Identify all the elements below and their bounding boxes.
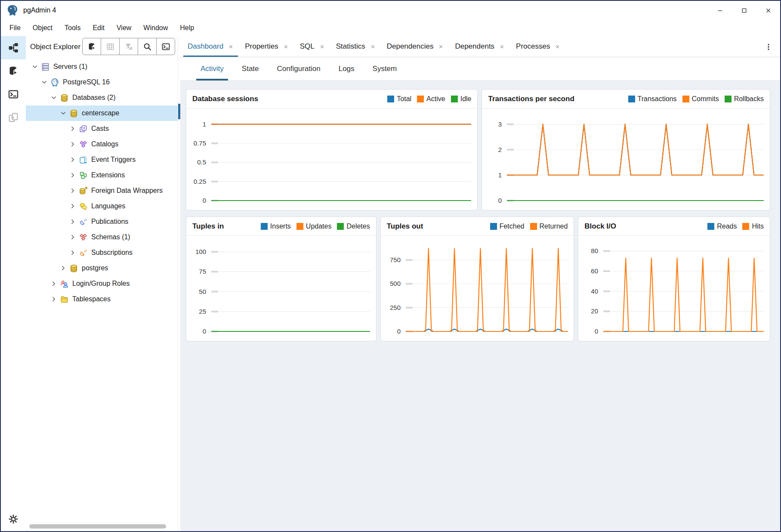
chevron-down-icon[interactable] <box>60 110 66 116</box>
legend-item-fetched: Fetched <box>490 223 525 230</box>
chevron-right-icon[interactable] <box>70 141 76 147</box>
chevron-right-icon[interactable] <box>70 126 76 132</box>
activity-psql-tool-button[interactable] <box>1 83 26 106</box>
menu-edit[interactable]: Edit <box>86 20 111 36</box>
chevron-right-icon[interactable] <box>70 234 76 240</box>
chevron-right-icon[interactable] <box>70 172 76 178</box>
table-icon <box>106 42 115 51</box>
chevron-right-icon[interactable] <box>51 296 57 302</box>
legend-swatch <box>530 223 537 230</box>
chevron-right-icon[interactable] <box>51 281 57 287</box>
menu-tools[interactable]: Tools <box>59 20 86 36</box>
servers-icon <box>41 62 50 71</box>
tab-close-icon[interactable] <box>370 44 376 49</box>
tab-processes[interactable]: Processes <box>512 36 565 57</box>
chevron-right-icon[interactable] <box>60 265 66 271</box>
tree-item-foreign-data-wrappers[interactable]: Foreign Data Wrappers <box>26 183 178 198</box>
legend-swatch <box>725 96 732 102</box>
tree-item-login-group-roles[interactable]: Login/Group Roles <box>26 276 178 291</box>
toolbar-psql-tool-button[interactable] <box>156 38 175 55</box>
tree-item-schemas[interactable]: Schemas (1) <box>26 229 178 245</box>
panel-title: Tuples out <box>387 222 423 231</box>
tree-item-label: Login/Group Roles <box>72 280 130 288</box>
legend-label: Fetched <box>500 223 525 230</box>
tab-close-icon[interactable] <box>499 44 505 49</box>
svg-text:100: 100 <box>195 248 206 255</box>
chevron-right-icon[interactable] <box>70 250 76 256</box>
svg-text:0: 0 <box>203 328 206 335</box>
tree-item-servers[interactable]: Servers (1) <box>26 59 178 74</box>
subtab-state[interactable]: State <box>239 57 262 80</box>
chevron-down-icon[interactable] <box>41 79 47 85</box>
panel-splitter[interactable] <box>178 36 180 531</box>
tab-close-icon[interactable] <box>283 44 289 49</box>
svg-text:20: 20 <box>591 307 599 315</box>
menu-help[interactable]: Help <box>174 20 200 36</box>
menu-window[interactable]: Window <box>137 20 174 36</box>
tree-item-event-triggers[interactable]: Event Triggers <box>26 152 178 167</box>
block-io-plot: 020406080 <box>578 236 770 341</box>
panel-block-io: Block I/O ReadsHits 020406080 <box>578 217 770 341</box>
toolbar-filtered-rows-button[interactable] <box>119 38 138 55</box>
tree-item-languages[interactable]: Languages <box>26 198 178 214</box>
toolbar-view-data-button[interactable] <box>101 38 120 55</box>
subtab-configuration[interactable]: Configuration <box>275 57 323 80</box>
activity-schema-diff-button[interactable] <box>1 106 26 129</box>
toolbar-quick-search-database-button[interactable] <box>82 38 101 55</box>
chevron-right-icon[interactable] <box>70 188 76 194</box>
close-button[interactable] <box>756 1 780 20</box>
svg-text:0: 0 <box>397 328 400 335</box>
chevron-down-icon[interactable] <box>32 64 38 70</box>
tab-close-icon[interactable] <box>555 44 560 49</box>
object-explorer-panel: Object Explorer Servers (1)PostgreSQL 16… <box>26 36 178 531</box>
activity-preferences-button[interactable] <box>1 510 26 529</box>
menu-view[interactable]: View <box>111 20 137 36</box>
tab-properties[interactable]: Properties <box>241 36 293 57</box>
tree-item-label: Subscriptions <box>91 249 133 257</box>
activity-bar <box>1 36 26 531</box>
maximize-button[interactable] <box>732 1 756 20</box>
svg-text:0.5: 0.5 <box>197 158 206 166</box>
toolbar-search-objects-button[interactable] <box>138 38 157 55</box>
legend-swatch <box>742 223 749 230</box>
tab-overflow-menu-button[interactable] <box>762 36 775 57</box>
chevron-down-icon[interactable] <box>51 95 57 101</box>
subtab-activity[interactable]: Activity <box>198 57 226 80</box>
activity-object-explorer-button[interactable] <box>1 36 26 59</box>
tree-item-tablespaces[interactable]: Tablespaces <box>26 291 178 307</box>
chart-legend: FetchedReturned <box>490 223 568 230</box>
tree-item-postgresql-16[interactable]: PostgreSQL 16 <box>26 74 178 90</box>
tree-item-extensions[interactable]: Extensions <box>26 167 178 183</box>
tree-item-centerscape[interactable]: centerscape <box>26 105 178 121</box>
tab-sql[interactable]: SQL <box>296 36 329 57</box>
minimize-button[interactable] <box>708 1 732 20</box>
tree-item-subscriptions[interactable]: Subscriptions <box>26 245 178 260</box>
tab-close-icon[interactable] <box>228 44 234 49</box>
tuples-out-chart: 0250500750 <box>381 236 574 341</box>
svg-text:500: 500 <box>390 280 401 287</box>
tab-dependents[interactable]: Dependents <box>451 36 509 57</box>
tree-item-catalogs[interactable]: Catalogs <box>26 136 178 152</box>
tree-item-databases[interactable]: Databases (2) <box>26 90 178 105</box>
tree-horizontal-scrollbar[interactable] <box>29 524 166 529</box>
tab-statistics[interactable]: Statistics <box>332 36 380 57</box>
chevron-right-icon[interactable] <box>70 219 76 225</box>
subtab-system[interactable]: System <box>370 57 400 80</box>
tree-item-postgres[interactable]: postgres <box>26 260 178 276</box>
tree-item-publications[interactable]: Publications <box>26 214 178 229</box>
tree-item-casts[interactable]: Casts <box>26 121 178 136</box>
tab-dashboard[interactable]: Dashboard <box>183 36 238 57</box>
subtab-logs[interactable]: Logs <box>336 57 357 80</box>
menu-object[interactable]: Object <box>27 20 59 36</box>
tab-label: Statistics <box>336 42 365 51</box>
legend-swatch <box>387 96 394 102</box>
menu-file[interactable]: File <box>3 20 27 36</box>
tab-close-icon[interactable] <box>438 44 444 49</box>
tab-dependencies[interactable]: Dependencies <box>383 36 448 57</box>
tab-close-icon[interactable] <box>319 44 325 49</box>
activity-query-tool-button[interactable] <box>1 59 26 83</box>
chevron-right-icon[interactable] <box>70 157 76 163</box>
chevron-right-icon[interactable] <box>70 203 76 209</box>
legend-label: Idle <box>460 95 472 103</box>
legend-label: Deletes <box>346 223 370 230</box>
